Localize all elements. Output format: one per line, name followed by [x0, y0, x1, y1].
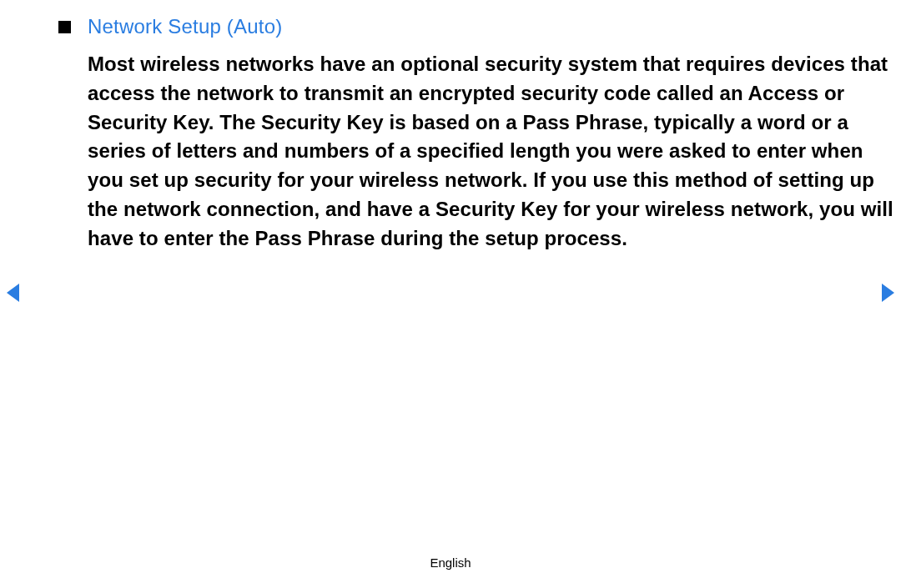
bullet-icon: [58, 21, 71, 33]
body-paragraph: Most wireless networks have an optional …: [58, 50, 901, 254]
heading-row: Network Setup (Auto): [58, 15, 901, 38]
next-page-button[interactable]: [879, 284, 894, 302]
svg-marker-0: [7, 284, 19, 302]
footer-language: English: [0, 555, 901, 570]
chevron-left-icon: [7, 284, 22, 302]
svg-marker-1: [882, 284, 894, 302]
content-area: Network Setup (Auto) Most wireless netwo…: [0, 0, 901, 254]
prev-page-button[interactable]: [7, 284, 22, 302]
section-heading: Network Setup (Auto): [88, 15, 282, 38]
chevron-right-icon: [879, 284, 894, 302]
